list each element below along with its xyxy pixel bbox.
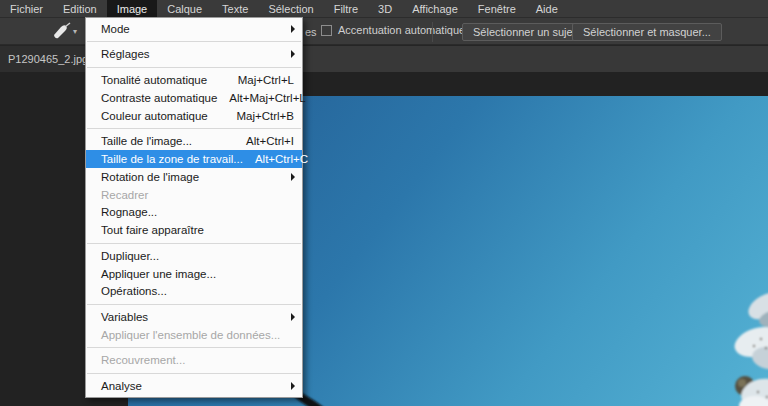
menu-item-label: Taille de l'image... [101, 135, 234, 147]
menu-item-label: Recadrer [101, 189, 294, 201]
blossoms [731, 287, 768, 406]
menu-item-label: Rotation de l'image [101, 171, 294, 183]
auto-enhance-option: Accentuation automatique [321, 24, 465, 36]
menubar-item-3d[interactable]: 3D [368, 0, 402, 17]
menu-item-label: Mode [101, 23, 294, 35]
menu-separator [87, 41, 301, 42]
menu-item[interactable]: Opérations... [86, 282, 302, 300]
select-and-mask-button[interactable]: Sélectionner et masquer... [572, 23, 722, 41]
menu-item-label: Réglages [101, 48, 294, 60]
menu-separator [87, 128, 301, 129]
menubar-item-sélection[interactable]: Sélection [258, 0, 323, 17]
menu-item[interactable]: Taille de la zone de travail...Alt+Ctrl+… [86, 150, 302, 168]
menu-item: Appliquer l'ensemble de données... [86, 326, 302, 344]
menu-separator [87, 243, 301, 244]
menu-item-shortcut: Alt+Ctrl+I [246, 135, 294, 147]
menu-item-label: Taille de la zone de travail... [101, 153, 243, 165]
menu-item-shortcut: Alt+Maj+Ctrl+L [229, 92, 305, 104]
menu-item[interactable]: Tonalité automatiqueMaj+Ctrl+L [86, 71, 302, 89]
menubar-items: FichierEditionImageCalqueTexteSélectionF… [0, 0, 568, 17]
submenu-arrow-icon [291, 313, 295, 321]
menubar-item-image[interactable]: Image [107, 0, 158, 17]
truncated-option-label: es [305, 26, 317, 38]
menu-separator [87, 373, 301, 374]
menubar: FichierEditionImageCalqueTexteSélectionF… [0, 0, 768, 17]
menubar-item-filtre[interactable]: Filtre [324, 0, 368, 17]
quick-selection-brush-icon[interactable] [50, 22, 72, 40]
chevron-down-icon[interactable]: ▾ [73, 27, 77, 36]
menu-item[interactable]: Réglages [86, 46, 302, 64]
menu-item[interactable]: Contraste automatiqueAlt+Maj+Ctrl+L [86, 89, 302, 107]
menu-item[interactable]: Taille de l'image...Alt+Ctrl+I [86, 132, 302, 150]
select-subject-button[interactable]: Sélectionner un sujet [462, 23, 587, 41]
menu-item-shortcut: Alt+Ctrl+C [255, 153, 308, 165]
menu-item-label: Recouvrement... [101, 354, 294, 366]
menu-item[interactable]: Couleur automatiqueMaj+Ctrl+B [86, 107, 302, 125]
menu-item-label: Couleur automatique [101, 110, 224, 122]
menu-item[interactable]: Appliquer une image... [86, 265, 302, 283]
menu-item: Recadrer [86, 186, 302, 204]
menu-item-shortcut: Maj+Ctrl+L [238, 74, 294, 86]
auto-enhance-checkbox[interactable] [321, 25, 332, 36]
options-divider [432, 22, 433, 42]
menu-item-label: Variables [101, 311, 294, 323]
menu-item[interactable]: Analyse [86, 377, 302, 395]
menu-item-shortcut: Maj+Ctrl+B [236, 110, 294, 122]
menu-item-label: Contraste automatique [101, 92, 217, 104]
menu-item-label: Appliquer une image... [101, 268, 294, 280]
menu-item[interactable]: Mode [86, 20, 302, 38]
menu-item-label: Rognage... [101, 206, 294, 218]
menubar-item-edition[interactable]: Edition [53, 0, 107, 17]
menubar-item-fenêtre[interactable]: Fenêtre [468, 0, 526, 17]
image-menu-dropdown: ModeRéglagesTonalité automatiqueMaj+Ctrl… [85, 17, 303, 398]
menu-separator [87, 304, 301, 305]
menubar-item-calque[interactable]: Calque [157, 0, 212, 17]
menu-separator [87, 347, 301, 348]
menubar-item-texte[interactable]: Texte [212, 0, 258, 17]
menu-item: Recouvrement... [86, 351, 302, 369]
menu-item-label: Tonalité automatique [101, 74, 226, 86]
menubar-item-affichage[interactable]: Affichage [402, 0, 468, 17]
menubar-item-fichier[interactable]: Fichier [0, 0, 53, 17]
submenu-arrow-icon [291, 173, 295, 181]
menu-item-label: Appliquer l'ensemble de données... [101, 329, 294, 341]
menu-item[interactable]: Rognage... [86, 204, 302, 222]
menu-item-label: Tout faire apparaître [101, 224, 294, 236]
menu-item-label: Opérations... [101, 285, 294, 297]
menu-item[interactable]: Dupliquer... [86, 247, 302, 265]
submenu-arrow-icon [291, 50, 295, 58]
submenu-arrow-icon [291, 382, 295, 390]
auto-enhance-label: Accentuation automatique [338, 24, 465, 36]
menu-item[interactable]: Variables [86, 308, 302, 326]
menubar-item-aide[interactable]: Aide [526, 0, 568, 17]
image-menu-items: ModeRéglagesTonalité automatiqueMaj+Ctrl… [86, 20, 302, 395]
menu-separator [87, 67, 301, 68]
submenu-arrow-icon [291, 25, 295, 33]
menu-item-label: Dupliquer... [101, 250, 294, 262]
menu-item-label: Analyse [101, 380, 294, 392]
menu-item[interactable]: Rotation de l'image [86, 168, 302, 186]
menu-item[interactable]: Tout faire apparaître [86, 221, 302, 239]
